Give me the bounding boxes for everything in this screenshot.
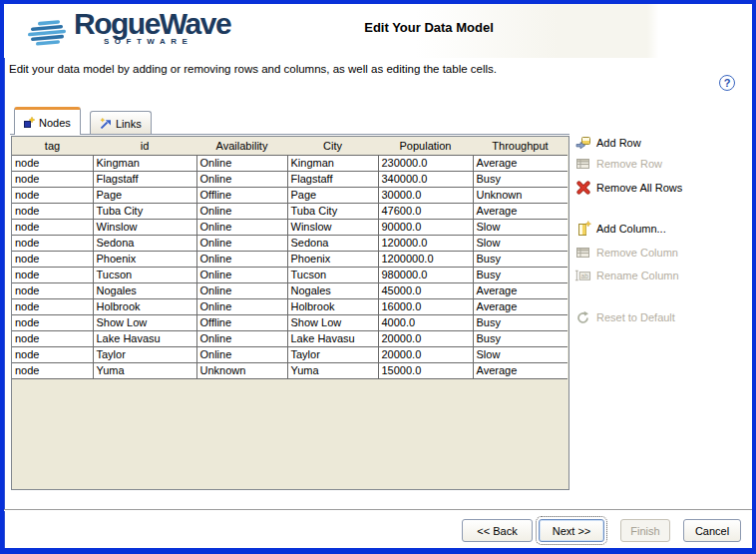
table-cell[interactable]: Slow [473,219,567,235]
table-row[interactable]: nodePageOfflinePage30000.0Unknown [12,187,567,203]
table-cell[interactable]: Tucson [287,267,378,282]
table-cell[interactable]: Online [196,171,287,187]
table-cell[interactable]: 16000.0 [378,298,473,314]
table-cell[interactable]: Holbrook [93,298,196,314]
table-cell[interactable]: Busy [473,330,567,346]
table-cell[interactable]: Online [196,298,287,314]
table-cell[interactable]: Page [93,187,196,203]
column-header[interactable]: Availability [196,137,287,155]
add-row-button[interactable]: Add Row [574,134,641,152]
table-cell[interactable]: Tuba City [93,203,196,219]
table-cell[interactable]: Yuma [93,362,196,378]
cancel-button[interactable]: Cancel [683,519,741,542]
tab-nodes[interactable]: Nodes [14,107,81,135]
table-cell[interactable]: Show Low [287,314,378,330]
table-cell[interactable]: Unknown [196,362,287,378]
back-button[interactable]: << Back [462,519,533,542]
table-cell[interactable]: Online [196,235,287,251]
table-cell[interactable]: node [12,251,93,267]
table-cell[interactable]: Online [196,251,287,267]
table-cell[interactable]: 45000.0 [378,282,473,298]
table-row[interactable]: nodeLake HavasuOnlineLake Havasu20000.0B… [12,330,567,346]
table-cell[interactable]: node [12,219,93,235]
table-row[interactable]: nodeYumaUnknownYuma15000.0Average [12,362,567,378]
table-cell[interactable]: Yuma [287,362,378,378]
table-cell[interactable]: 15000.0 [378,362,473,378]
table-cell[interactable]: 230000.0 [378,155,473,171]
table-cell[interactable]: 980000.0 [378,267,473,282]
table-cell[interactable]: Flagstaff [93,171,196,187]
table-cell[interactable]: node [12,203,93,219]
table-cell[interactable]: Offline [196,187,287,203]
table-cell[interactable]: node [12,346,93,362]
tab-links[interactable]: Links [90,111,152,135]
table-cell[interactable]: node [12,282,93,298]
table-cell[interactable]: Average [473,362,567,378]
table-cell[interactable]: node [12,330,93,346]
table-row[interactable]: nodeKingmanOnlineKingman230000.0Average [12,155,567,171]
table-cell[interactable]: Tucson [93,267,196,282]
table-cell[interactable]: node [12,171,93,187]
table-cell[interactable]: Taylor [287,346,378,362]
table-cell[interactable]: 20000.0 [378,330,473,346]
table-cell[interactable]: node [12,235,93,251]
table-cell[interactable]: Page [287,187,378,203]
table-cell[interactable]: 340000.0 [378,171,473,187]
table-cell[interactable]: node [12,155,93,171]
table-row[interactable]: nodeTuba CityOnlineTuba City47600.0Avera… [12,203,567,219]
table-cell[interactable]: Flagstaff [287,171,378,187]
table-cell[interactable]: 30000.0 [378,187,473,203]
table-row[interactable]: nodePhoenixOnlinePhoenix1200000.0Busy [12,251,567,267]
table-cell[interactable]: Unknown [473,187,567,203]
table-cell[interactable]: Sedona [93,235,196,251]
table-cell[interactable]: Online [196,155,287,171]
table-cell[interactable]: Online [196,346,287,362]
column-header[interactable]: id [93,137,196,155]
column-header[interactable]: tag [12,137,93,155]
table-cell[interactable]: Nogales [287,282,378,298]
table-cell[interactable]: Busy [473,171,567,187]
table-cell[interactable]: Phoenix [287,251,378,267]
column-header[interactable]: City [287,137,378,155]
table-row[interactable]: nodeSedonaOnlineSedona120000.0Slow [12,235,567,251]
next-button[interactable]: Next >> [539,519,604,542]
table-cell[interactable]: 20000.0 [378,346,473,362]
table-cell[interactable]: Lake Havasu [93,330,196,346]
table-cell[interactable]: Show Low [93,314,196,330]
table-cell[interactable]: node [12,298,93,314]
table-cell[interactable]: 1200000.0 [378,251,473,267]
table-cell[interactable]: Sedona [287,235,378,251]
help-icon[interactable]: ? [719,75,735,91]
column-header[interactable]: Population [378,137,473,155]
table-cell[interactable]: Online [196,267,287,282]
table-cell[interactable]: Average [473,282,567,298]
table-cell[interactable]: 90000.0 [378,219,473,235]
table-cell[interactable]: Average [473,298,567,314]
table-cell[interactable]: Winslow [93,219,196,235]
table-cell[interactable]: node [12,314,93,330]
add-column-button[interactable]: Add Column... [574,220,666,238]
table-row[interactable]: nodeShow LowOfflineShow Low4000.0Busy [12,314,567,330]
table-cell[interactable]: Kingman [287,155,378,171]
table-cell[interactable]: 4000.0 [378,314,473,330]
table-cell[interactable]: Busy [473,267,567,282]
table-cell[interactable]: Busy [473,251,567,267]
table-cell[interactable]: Slow [473,235,567,251]
table-row[interactable]: nodeWinslowOnlineWinslow90000.0Slow [12,219,567,235]
table-cell[interactable]: Average [473,203,567,219]
table-cell[interactable]: Holbrook [287,298,378,314]
table-cell[interactable]: Kingman [93,155,196,171]
table-row[interactable]: nodeNogalesOnlineNogales45000.0Average [12,282,567,298]
table-row[interactable]: nodeFlagstaffOnlineFlagstaff340000.0Busy [12,171,567,187]
table-cell[interactable]: Nogales [93,282,196,298]
table-cell[interactable]: Online [196,219,287,235]
table-cell[interactable]: node [12,362,93,378]
table-cell[interactable]: Online [196,330,287,346]
table-cell[interactable]: Tuba City [287,203,378,219]
table-cell[interactable]: Offline [196,314,287,330]
table-row[interactable]: nodeTucsonOnlineTucson980000.0Busy [12,267,567,282]
table-cell[interactable]: Online [196,203,287,219]
table-cell[interactable]: Lake Havasu [287,330,378,346]
table-cell[interactable]: Taylor [93,346,196,362]
column-header[interactable]: Throughput [473,137,567,155]
